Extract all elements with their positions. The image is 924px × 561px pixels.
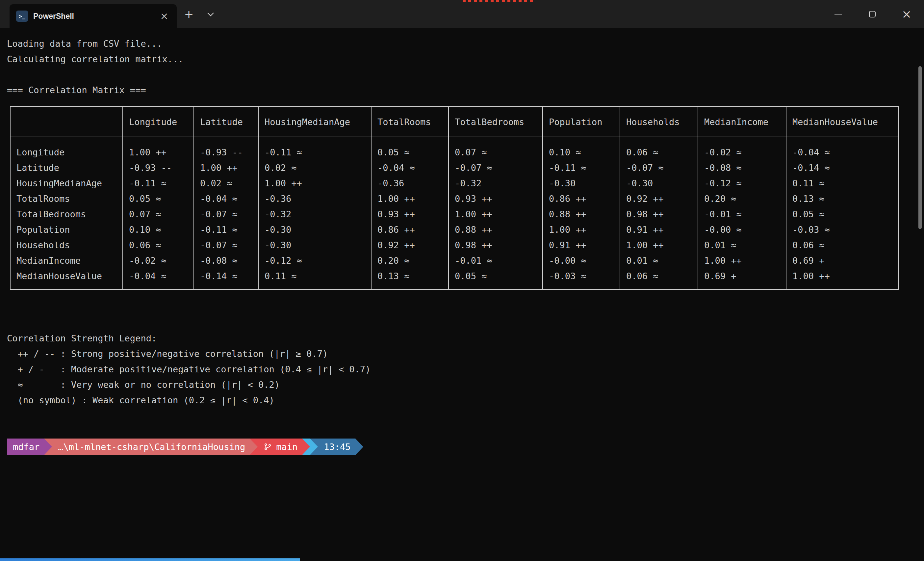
matrix-row: TotalBedrooms0.07 ≈-0.07 ≈-0.320.93 ++1.… (10, 206, 898, 222)
matrix-cell: 0.88 ++ (543, 206, 620, 222)
matrix-cell: 1.00 ++ (258, 176, 371, 191)
maximize-icon (869, 11, 876, 17)
matrix-cell: -0.93 -- (194, 144, 258, 160)
matrix-cell: 0.01 ≈ (620, 253, 698, 268)
prompt-segment-time: 13:45 (318, 439, 355, 455)
close-button[interactable]: × (890, 0, 924, 28)
prompt-separator (356, 439, 363, 455)
matrix-cell: -0.11 ≈ (543, 160, 620, 176)
title-bar: >_ PowerShell × + × (0, 0, 924, 28)
matrix-row: TotalRooms0.05 ≈-0.04 ≈-0.361.00 ++0.93 … (10, 191, 898, 206)
matrix-row-label: Households (10, 238, 123, 253)
matrix-col-header: Population (543, 107, 620, 137)
matrix-spacer-cell (620, 137, 698, 144)
terminal-window: >_ PowerShell × + × Loading data from CS… (0, 0, 924, 561)
matrix-cell: 0.92 ++ (620, 191, 698, 206)
tab-dropdown-button[interactable] (201, 5, 220, 24)
matrix-cell: -0.04 ≈ (194, 191, 258, 206)
matrix-cell: -0.32 (258, 206, 371, 222)
matrix-cell: -0.30 (258, 238, 371, 253)
matrix-cell: 0.13 ≈ (786, 191, 898, 206)
matrix-cell: 0.98 ++ (620, 206, 698, 222)
matrix-cell: 0.91 ++ (543, 238, 620, 253)
matrix-row-label: HousingMedianAge (10, 176, 123, 191)
minimize-button[interactable] (821, 0, 855, 28)
matrix-col-header: Longitude (123, 107, 194, 137)
console-line (7, 67, 909, 82)
matrix-cell: -0.03 ≈ (543, 268, 620, 284)
tab-powershell[interactable]: >_ PowerShell × (9, 4, 177, 28)
prompt-segment-git: main (258, 439, 302, 455)
matrix-cell: -0.93 -- (123, 160, 194, 176)
matrix-spacer-cell (194, 137, 258, 144)
matrix-cell: 1.00 ++ (786, 268, 898, 284)
matrix-cell: -0.36 (258, 191, 371, 206)
matrix-cell: 0.05 ≈ (371, 144, 448, 160)
matrix-cell: -0.11 ≈ (123, 176, 194, 191)
matrix-col-header (10, 107, 123, 137)
console-output: Loading data from CSV file...Calculating… (7, 36, 909, 98)
matrix-cell: -0.02 ≈ (123, 253, 194, 268)
matrix-cell: -0.03 ≈ (786, 222, 898, 238)
matrix-cell: -0.14 ≈ (194, 268, 258, 284)
scrollbar-thumb[interactable] (918, 66, 922, 229)
matrix-cell: 0.88 ++ (448, 222, 543, 238)
matrix-row-label: Population (10, 222, 123, 238)
prompt-separator (250, 439, 258, 455)
matrix-spacer-cell (786, 137, 898, 144)
maximize-button[interactable] (855, 0, 890, 28)
git-branch-icon (264, 442, 272, 451)
matrix-cell: -0.30 (620, 176, 698, 191)
matrix-col-header: Latitude (194, 107, 258, 137)
matrix-cell: -0.11 ≈ (258, 144, 371, 160)
matrix-cell: -0.07 ≈ (194, 238, 258, 253)
matrix-row: Population0.10 ≈-0.11 ≈-0.300.86 ++0.88 … (10, 222, 898, 238)
matrix-cell: -0.00 ≈ (543, 253, 620, 268)
matrix-cell: -0.12 ≈ (258, 253, 371, 268)
matrix-spacer-row (10, 284, 898, 289)
matrix-cell: 0.86 ++ (371, 222, 448, 238)
matrix-cell: -0.02 ≈ (698, 144, 786, 160)
matrix-cell: -0.07 ≈ (448, 160, 543, 176)
matrix-col-header: Households (620, 107, 698, 137)
matrix-row-label: TotalRooms (10, 191, 123, 206)
tab-close-button[interactable]: × (158, 9, 171, 23)
matrix-cell: 0.20 ≈ (371, 253, 448, 268)
matrix-row: Households0.06 ≈-0.07 ≈-0.300.92 ++0.98 … (10, 238, 898, 253)
matrix-spacer-cell (543, 284, 620, 289)
matrix-row-label: TotalBedrooms (10, 206, 123, 222)
matrix-cell: 0.06 ≈ (786, 238, 898, 253)
console-line: Loading data from CSV file... (7, 36, 909, 51)
console: Loading data from CSV file...Calculating… (7, 28, 909, 455)
matrix-cell: 1.00 ++ (123, 144, 194, 160)
new-tab-button[interactable]: + (179, 5, 198, 24)
matrix-spacer-cell (786, 284, 898, 289)
matrix-spacer-cell (448, 137, 543, 144)
matrix-cell: 0.07 ≈ (123, 206, 194, 222)
matrix-cell: 1.00 ++ (698, 253, 786, 268)
matrix-cell: 0.69 + (698, 268, 786, 284)
prompt-bar: mdfar…\ml-mlnet-csharp\CaliforniaHousing… (7, 439, 909, 455)
matrix-cell: 0.92 ++ (371, 238, 448, 253)
minimize-icon (834, 14, 842, 15)
matrix-cell: -0.04 ≈ (123, 268, 194, 284)
matrix-spacer-cell (10, 137, 123, 144)
matrix-cell: -0.00 ≈ (698, 222, 786, 238)
powershell-icon: >_ (16, 11, 28, 22)
matrix-row-label: Latitude (10, 160, 123, 176)
matrix-cell: 1.00 ++ (194, 160, 258, 176)
matrix-cell: 0.98 ++ (448, 238, 543, 253)
matrix-cell: 0.05 ≈ (448, 268, 543, 284)
matrix-cell: 0.11 ≈ (258, 268, 371, 284)
matrix-cell: 0.10 ≈ (123, 222, 194, 238)
matrix-spacer-cell (10, 284, 123, 289)
matrix-cell: -0.04 ≈ (371, 160, 448, 176)
matrix-spacer-cell (258, 284, 371, 289)
prompt-segment-text: mdfar (13, 442, 39, 452)
scrollbar[interactable] (917, 28, 923, 558)
matrix-cell: 0.05 ≈ (786, 206, 898, 222)
matrix-cell: -0.08 ≈ (194, 253, 258, 268)
prompt-segment-user: mdfar (7, 439, 44, 455)
legend-item: (no symbol) : Weak correlation (0.2 ≤ |r… (7, 393, 909, 408)
matrix-cell: -0.30 (258, 222, 371, 238)
